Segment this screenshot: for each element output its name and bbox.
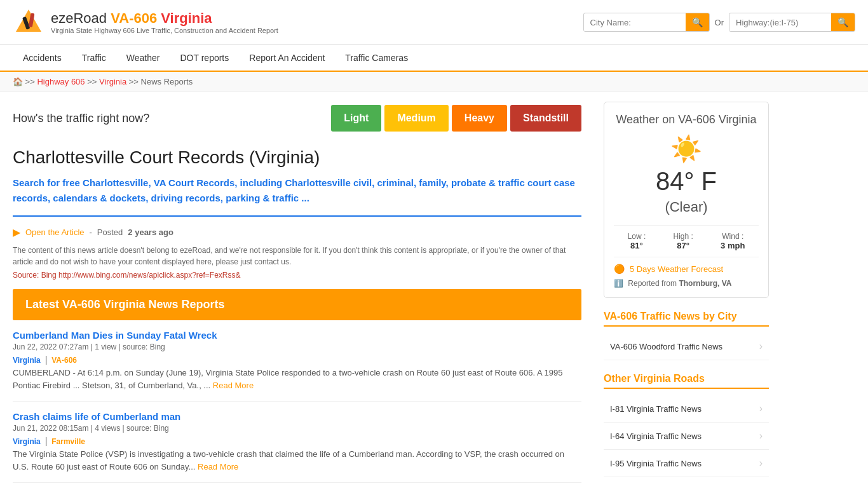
wind-label: Wind : [721,232,745,241]
nav-traffic[interactable]: Traffic [72,45,116,71]
tag-farmville-2: Farmville [51,437,85,446]
logo-text-block: ezeRoad VA-606 Virginia Virginia State H… [51,10,278,34]
city-search-box[interactable]: 🔍 [583,13,710,32]
forecast-icon: 🟠 [614,264,625,274]
weather-title: Weather on VA-606 Virginia [614,112,759,128]
news-item-meta-1: Jun 22, 2022 07:27am | 1 view | source: … [13,342,581,351]
traffic-section: How's the traffic right now? Light Mediu… [13,102,581,135]
info-icon: ℹ️ [614,279,623,288]
posted-label2: Posted [97,227,123,237]
chevron-icon: › [759,341,763,352]
high-label: High : [674,232,693,241]
reported-from: ℹ️ Reported from Thornburg, VA [614,279,759,288]
breadcrumb: 🏠 >> Highway 606 >> Virginia >> News Rep… [0,72,868,92]
nav-traffic-cameras[interactable]: Traffic Cameras [335,45,418,71]
news-item-tags-2: Virginia | Farmville [13,436,581,446]
logo-title: ezeRoad VA-606 Virginia [51,10,278,27]
highway-search-box[interactable]: 🔍 [729,13,855,32]
news-item-text-2: The Virginia State Police (VSP) is inves… [13,448,581,473]
high-val: 87° [674,241,693,250]
sidebar-link-i66[interactable]: I-66 Virginia Traffic News › [604,477,769,488]
logo-icon [13,6,44,38]
open-article-link[interactable]: Open the Article [25,227,85,237]
traffic-news-section: VA-606 Traffic News by City VA-606 Woodf… [604,311,769,360]
tag-va606-1: VA-606 [51,356,77,365]
source-url: http://www.bing.com/news/apiclick.aspx?r… [58,271,240,280]
sidebar-link-i64[interactable]: I-64 Virginia Traffic News › [604,423,769,450]
news-date-1: Jun 22, 2022 07:27am [13,342,88,351]
chevron-icon-i64: › [759,430,763,442]
logo-state: Virginia [161,10,212,26]
sidebar-link-i64-label: I-64 Virginia Traffic News [610,431,702,441]
weather-stats: Low : 81° High : 87° Wind : 3 mph [614,225,759,257]
news-source-2: Bing [154,424,169,433]
weather-icon: ☀️ [614,134,759,164]
breadcrumb-virginia[interactable]: Virginia [99,77,126,86]
btn-heavy[interactable]: Heavy [452,105,507,132]
btn-standstill[interactable]: Standstill [510,105,581,132]
highway-search-button[interactable]: 🔍 [831,13,855,31]
reported-city: Thornburg, VA [679,279,731,288]
news-item-title-2[interactable]: Crash claims life of Cumberland man [13,411,180,422]
posted-label: - [90,227,92,237]
btn-light[interactable]: Light [331,105,381,132]
sidebar-link-i81-label: I-81 Virginia Traffic News [610,404,702,414]
source-label: Source: [13,271,39,280]
logo-num: VA-606 [111,10,157,26]
low-val: 81° [628,241,646,250]
or-text: Or [715,18,724,27]
home-icon: 🏠 [13,77,23,86]
sidebar: Weather on VA-606 Virginia ☀️ 84° F (Cle… [594,92,778,488]
main-layout: How's the traffic right now? Light Mediu… [0,92,868,488]
news-item-meta-2: Jun 21, 2022 08:15am | 4 views | source:… [13,424,581,433]
breadcrumb-highway[interactable]: Highway 606 [37,77,85,86]
weather-condition: (Clear) [614,199,759,215]
news-views-1: 1 view [95,342,116,351]
traffic-news-title: VA-606 Traffic News by City [604,311,769,327]
news-item-tags-1: Virginia | VA-606 [13,355,581,365]
nav-report-accident[interactable]: Report An Accident [239,45,335,71]
btn-medium[interactable]: Medium [384,105,448,132]
play-icon: ▶ [13,226,20,238]
other-roads-title: Other Virginia Roads [604,373,769,389]
news-date-2: Jun 21, 2022 08:15am [13,424,88,433]
chevron-icon-i81: › [759,403,763,414]
search-area: 🔍 Or 🔍 [583,13,855,32]
sidebar-link-woodford[interactable]: VA-606 Woodford Traffic News › [604,333,769,360]
main-nav: Accidents Traffic Weather DOT reports Re… [0,45,868,72]
article-title: Charlottesville Court Records (Virginia) [13,147,581,168]
news-item: Cumberland Man Dies in Sunday Fatal Wrec… [13,320,581,402]
city-search-button[interactable]: 🔍 [686,13,709,31]
sidebar-link-i95[interactable]: I-95 Virginia Traffic News › [604,450,769,477]
article-disclaimer: The content of this news article doesn't… [13,245,581,268]
wind-val: 3 mph [721,241,745,250]
source-name: Bing [41,271,57,280]
sidebar-link-woodford-label: VA-606 Woodford Traffic News [610,342,722,351]
weather-wind: Wind : 3 mph [721,232,745,250]
news-views-2: 4 views [95,424,120,433]
sidebar-link-i81[interactable]: I-81 Virginia Traffic News › [604,395,769,423]
nav-weather[interactable]: Weather [116,45,170,71]
traffic-question: How's the traffic right now? [13,112,149,125]
nav-accidents[interactable]: Accidents [13,45,72,71]
posted-time: 2 years ago [128,227,173,237]
weather-temp: 84° F [614,167,759,196]
read-more-2[interactable]: Read More [198,462,238,471]
forecast-link[interactable]: 5 Days Weather Forecast [630,264,723,274]
sidebar-link-i95-label: I-95 Virginia Traffic News [610,459,702,468]
weather-box: Weather on VA-606 Virginia ☀️ 84° F (Cle… [604,102,769,298]
logo-eze: ezeRoad [51,10,107,26]
content-area: How's the traffic right now? Light Mediu… [0,92,594,488]
news-item-title-1[interactable]: Cumberland Man Dies in Sunday Fatal Wrec… [13,330,217,341]
logo-area: ezeRoad VA-606 Virginia Virginia State H… [13,6,278,38]
highway-search-input[interactable] [729,14,831,31]
nav-dot-reports[interactable]: DOT reports [170,45,240,71]
city-search-input[interactable] [584,14,686,31]
news-section-header: Latest VA-606 Virginia News Reports [13,289,581,320]
other-roads-section: Other Virginia Roads I-81 Virginia Traff… [604,373,769,488]
tag-virginia-2: Virginia [13,437,41,446]
weather-high: High : 87° [674,232,693,250]
chevron-icon-i66: › [759,485,763,488]
news-item-text-1: CUMBERLAND - At 6:14 p.m. on Sunday (Jun… [13,367,581,391]
read-more-1[interactable]: Read More [213,381,254,390]
